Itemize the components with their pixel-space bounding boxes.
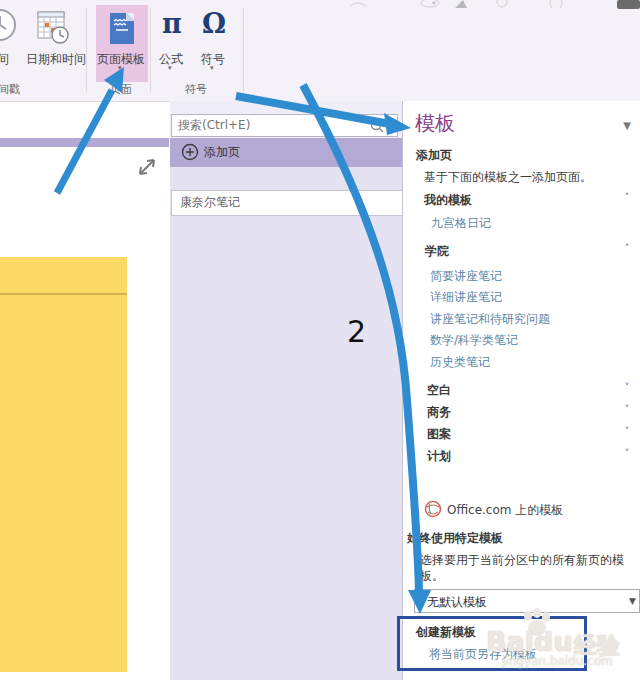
search-input[interactable] — [172, 115, 358, 132]
section-decorative[interactable]: 图案 — [427, 426, 451, 443]
symbol-dropdown-icon[interactable]: ▾ — [210, 64, 214, 72]
section-business[interactable]: 商务 — [427, 404, 451, 421]
template-link[interactable]: 数学/科学类笔记 — [430, 332, 518, 349]
symbol-icon: Ω — [202, 8, 226, 39]
template-link[interactable]: 讲座笔记和待研究问题 — [430, 311, 550, 328]
onenote-window: 时间 日期和时间 页面模板 ▾ π 公式 ▾ — [0, 0, 640, 680]
ribbon-separator — [150, 8, 151, 92]
plus-circle-icon — [181, 143, 199, 161]
always-use-header: 始终使用特定模板 — [407, 530, 503, 547]
template-link[interactable]: 九宫格日记 — [431, 215, 491, 232]
formula-dropdown-icon[interactable]: ▾ — [168, 64, 172, 72]
timestamp-button-label[interactable]: 时间 — [0, 51, 9, 68]
ribbon: 时间 日期和时间 页面模板 ▾ π 公式 ▾ — [0, 0, 640, 102]
annotation-step-number: 2 — [347, 314, 366, 349]
chevron-down-icon[interactable]: ˅ — [620, 382, 634, 393]
default-template-dropdown[interactable]: 无默认模板 ▼ — [414, 589, 640, 613]
office-templates-link[interactable]: Office.com 上的模板 — [447, 502, 563, 519]
pages-list-panel — [170, 138, 403, 680]
add-page-bar[interactable]: 添加页 — [170, 138, 403, 167]
chevron-down-icon[interactable]: ˅ — [620, 448, 634, 459]
globe-icon — [424, 500, 442, 518]
resize-handle-icon[interactable] — [136, 156, 158, 178]
group-label-pages: 页面 — [110, 82, 132, 97]
date-time-button[interactable]: 日期和时间 — [26, 51, 86, 68]
section-academic[interactable]: 学院 — [425, 243, 449, 260]
date-time-icon — [37, 9, 69, 45]
page-template-icon — [110, 13, 135, 45]
page-template-dropdown-icon[interactable]: ▾ — [118, 64, 122, 72]
chevron-up-icon[interactable]: ˄ — [620, 192, 634, 203]
formula-icon: π — [162, 8, 182, 39]
create-template-header: 创建新模板 — [416, 624, 476, 641]
search-box[interactable] — [171, 114, 398, 137]
chevron-down-icon[interactable]: ˅ — [620, 426, 634, 437]
page-list-item[interactable]: 康奈尔笔记 — [171, 190, 404, 216]
ribbon-separator — [86, 8, 87, 92]
always-use-description: 选择要用于当前分区中的所有新页的模板。 — [420, 552, 634, 584]
group-label-symbols: 符号 — [185, 82, 207, 97]
group-label-timestamp: 时间戳 — [0, 82, 20, 97]
save-as-template-link[interactable]: 将当前页另存为模板 — [429, 646, 537, 663]
section-planners[interactable]: 计划 — [427, 448, 451, 465]
section-my-templates[interactable]: 我的模板 — [424, 192, 472, 209]
panel-caret-icon[interactable]: ▼ — [620, 120, 634, 131]
panel-title: 模板 — [415, 110, 455, 137]
chevron-down-icon[interactable]: ˅ — [620, 404, 634, 415]
watermark-fragment — [617, 0, 640, 9]
ribbon-separator — [243, 8, 244, 92]
default-template-value: 无默认模板 — [427, 594, 487, 611]
add-page-bar-label: 添加页 — [204, 144, 240, 161]
note-divider-line — [0, 293, 127, 295]
note-content-block[interactable] — [0, 257, 127, 672]
add-page-description: 基于下面的模板之一添加页面。 — [424, 169, 592, 186]
add-page-header: 添加页 — [416, 147, 452, 164]
timestamp-icon[interactable] — [0, 6, 18, 44]
dropdown-caret-icon[interactable]: ▼ — [629, 596, 636, 606]
template-link[interactable]: 简要讲座笔记 — [430, 268, 502, 285]
section-blank[interactable]: 空白 — [427, 382, 451, 399]
template-link[interactable]: 详细讲座笔记 — [430, 289, 502, 306]
template-link[interactable]: 历史类笔记 — [430, 354, 490, 371]
page-header-strip — [0, 138, 169, 147]
search-icon — [370, 119, 384, 133]
sketch-decorations — [330, 0, 640, 10]
chevron-up-icon[interactable]: ˄ — [620, 243, 634, 254]
